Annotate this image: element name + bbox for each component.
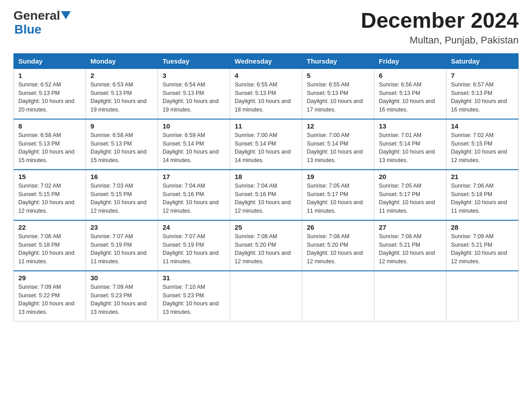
calendar-day-cell: 9 Sunrise: 6:58 AMSunset: 5:13 PMDayligh…: [86, 119, 158, 170]
day-number: 2: [90, 72, 153, 79]
day-info: Sunrise: 6:52 AMSunset: 5:13 PMDaylight:…: [18, 81, 74, 113]
day-number: 28: [451, 223, 514, 231]
title-area: December 2024 Multan, Punjab, Pakistan: [361, 9, 519, 46]
calendar-day-header: Tuesday: [158, 53, 230, 68]
calendar-day-cell: 19 Sunrise: 7:05 AMSunset: 5:17 PMDaylig…: [302, 170, 374, 220]
day-info: Sunrise: 7:08 AMSunset: 5:20 PMDaylight:…: [235, 233, 291, 265]
calendar-day-cell: 27 Sunrise: 7:08 AMSunset: 5:21 PMDaylig…: [374, 220, 446, 271]
day-number: 8: [18, 122, 81, 130]
calendar-day-cell: [302, 271, 374, 321]
calendar-week-row: 15 Sunrise: 7:02 AMSunset: 5:15 PMDaylig…: [14, 170, 519, 220]
calendar-day-header: Saturday: [446, 53, 519, 68]
day-number: 13: [379, 122, 442, 130]
calendar-week-row: 22 Sunrise: 7:06 AMSunset: 5:18 PMDaylig…: [14, 220, 519, 271]
calendar-day-cell: 21 Sunrise: 7:06 AMSunset: 5:18 PMDaylig…: [446, 170, 519, 220]
day-info: Sunrise: 6:55 AMSunset: 5:13 PMDaylight:…: [307, 81, 363, 113]
day-info: Sunrise: 6:58 AMSunset: 5:13 PMDaylight:…: [90, 132, 146, 163]
calendar-day-cell: 17 Sunrise: 7:04 AMSunset: 5:16 PMDaylig…: [158, 170, 230, 220]
calendar-day-cell: 24 Sunrise: 7:07 AMSunset: 5:19 PMDaylig…: [158, 220, 230, 271]
calendar-day-cell: 28 Sunrise: 7:09 AMSunset: 5:21 PMDaylig…: [446, 220, 519, 271]
calendar-day-cell: 22 Sunrise: 7:06 AMSunset: 5:18 PMDaylig…: [14, 220, 86, 271]
calendar-day-cell: 6 Sunrise: 6:56 AMSunset: 5:13 PMDayligh…: [374, 68, 446, 119]
day-number: 3: [163, 72, 225, 79]
day-info: Sunrise: 6:56 AMSunset: 5:13 PMDaylight:…: [379, 81, 435, 113]
calendar-day-header: Friday: [374, 53, 446, 68]
day-info: Sunrise: 7:00 AMSunset: 5:14 PMDaylight:…: [235, 132, 291, 163]
day-info: Sunrise: 7:04 AMSunset: 5:16 PMDaylight:…: [235, 183, 291, 214]
logo-general: General: [13, 9, 60, 23]
day-info: Sunrise: 6:59 AMSunset: 5:14 PMDaylight:…: [163, 132, 219, 163]
day-number: 21: [451, 173, 514, 180]
day-info: Sunrise: 6:54 AMSunset: 5:13 PMDaylight:…: [163, 81, 219, 113]
day-number: 4: [235, 72, 297, 79]
day-number: 9: [90, 122, 153, 130]
day-info: Sunrise: 7:07 AMSunset: 5:19 PMDaylight:…: [163, 233, 219, 265]
calendar-day-cell: [230, 271, 302, 321]
calendar-day-cell: 18 Sunrise: 7:04 AMSunset: 5:16 PMDaylig…: [230, 170, 302, 220]
day-number: 16: [90, 173, 153, 180]
calendar-day-cell: 10 Sunrise: 6:59 AMSunset: 5:14 PMDaylig…: [158, 119, 230, 170]
calendar-day-cell: 29 Sunrise: 7:09 AMSunset: 5:22 PMDaylig…: [14, 271, 86, 321]
day-info: Sunrise: 7:09 AMSunset: 5:23 PMDaylight:…: [90, 284, 146, 315]
day-info: Sunrise: 6:57 AMSunset: 5:13 PMDaylight:…: [451, 81, 507, 113]
day-number: 26: [307, 223, 369, 231]
day-info: Sunrise: 7:02 AMSunset: 5:15 PMDaylight:…: [18, 183, 74, 214]
day-info: Sunrise: 7:07 AMSunset: 5:19 PMDaylight:…: [90, 233, 146, 265]
calendar-day-cell: [446, 271, 519, 321]
day-number: 11: [235, 122, 297, 130]
day-number: 24: [163, 223, 225, 231]
day-number: 20: [379, 173, 442, 180]
day-number: 5: [307, 72, 369, 79]
calendar-day-cell: 26 Sunrise: 7:08 AMSunset: 5:20 PMDaylig…: [302, 220, 374, 271]
day-number: 23: [90, 223, 153, 231]
day-info: Sunrise: 7:05 AMSunset: 5:17 PMDaylight:…: [307, 183, 363, 214]
calendar-day-header: Wednesday: [230, 53, 302, 68]
day-number: 12: [307, 122, 369, 130]
day-info: Sunrise: 6:58 AMSunset: 5:13 PMDaylight:…: [18, 132, 74, 163]
calendar-day-header: Sunday: [14, 53, 86, 68]
calendar-header-row: SundayMondayTuesdayWednesdayThursdayFrid…: [14, 53, 519, 68]
day-info: Sunrise: 7:08 AMSunset: 5:20 PMDaylight:…: [307, 233, 363, 265]
day-number: 25: [235, 223, 297, 231]
calendar-day-cell: 15 Sunrise: 7:02 AMSunset: 5:15 PMDaylig…: [14, 170, 86, 220]
calendar-day-cell: 25 Sunrise: 7:08 AMSunset: 5:20 PMDaylig…: [230, 220, 302, 271]
day-number: 15: [18, 173, 81, 180]
page-header: General Blue December 2024 Multan, Punja…: [13, 9, 519, 46]
day-info: Sunrise: 7:08 AMSunset: 5:21 PMDaylight:…: [379, 233, 435, 265]
calendar-day-cell: 8 Sunrise: 6:58 AMSunset: 5:13 PMDayligh…: [14, 119, 86, 170]
day-number: 30: [90, 274, 153, 282]
calendar-week-row: 8 Sunrise: 6:58 AMSunset: 5:13 PMDayligh…: [14, 119, 519, 170]
day-info: Sunrise: 7:00 AMSunset: 5:14 PMDaylight:…: [307, 132, 363, 163]
calendar-day-cell: 2 Sunrise: 6:53 AMSunset: 5:13 PMDayligh…: [86, 68, 158, 119]
day-info: Sunrise: 6:55 AMSunset: 5:13 PMDaylight:…: [235, 81, 291, 113]
day-number: 29: [18, 274, 81, 282]
calendar-day-cell: 11 Sunrise: 7:00 AMSunset: 5:14 PMDaylig…: [230, 119, 302, 170]
day-info: Sunrise: 7:01 AMSunset: 5:14 PMDaylight:…: [379, 132, 435, 163]
calendar-day-cell: 20 Sunrise: 7:05 AMSunset: 5:17 PMDaylig…: [374, 170, 446, 220]
day-info: Sunrise: 7:06 AMSunset: 5:18 PMDaylight:…: [451, 183, 507, 214]
day-number: 18: [235, 173, 297, 180]
calendar-day-cell: 3 Sunrise: 6:54 AMSunset: 5:13 PMDayligh…: [158, 68, 230, 119]
calendar-day-cell: 5 Sunrise: 6:55 AMSunset: 5:13 PMDayligh…: [302, 68, 374, 119]
calendar-day-cell: 16 Sunrise: 7:03 AMSunset: 5:15 PMDaylig…: [86, 170, 158, 220]
calendar-week-row: 29 Sunrise: 7:09 AMSunset: 5:22 PMDaylig…: [14, 271, 519, 321]
calendar-day-cell: 31 Sunrise: 7:10 AMSunset: 5:23 PMDaylig…: [158, 271, 230, 321]
day-info: Sunrise: 7:03 AMSunset: 5:15 PMDaylight:…: [90, 183, 146, 214]
calendar-day-cell: 14 Sunrise: 7:02 AMSunset: 5:15 PMDaylig…: [446, 119, 519, 170]
day-number: 1: [18, 72, 81, 79]
day-number: 14: [451, 122, 514, 130]
day-info: Sunrise: 6:53 AMSunset: 5:13 PMDaylight:…: [90, 81, 146, 113]
logo-arrow-icon: [61, 11, 71, 19]
day-number: 19: [307, 173, 369, 180]
logo: General Blue: [13, 9, 71, 37]
calendar-day-header: Monday: [86, 53, 158, 68]
day-number: 22: [18, 223, 81, 231]
day-info: Sunrise: 7:09 AMSunset: 5:21 PMDaylight:…: [451, 233, 507, 265]
day-info: Sunrise: 7:10 AMSunset: 5:23 PMDaylight:…: [163, 284, 219, 315]
svg-marker-0: [61, 11, 71, 19]
calendar-day-cell: 23 Sunrise: 7:07 AMSunset: 5:19 PMDaylig…: [86, 220, 158, 271]
day-info: Sunrise: 7:06 AMSunset: 5:18 PMDaylight:…: [18, 233, 74, 265]
calendar-day-cell: 13 Sunrise: 7:01 AMSunset: 5:14 PMDaylig…: [374, 119, 446, 170]
calendar-table: SundayMondayTuesdayWednesdayThursdayFrid…: [13, 53, 519, 321]
day-number: 10: [163, 122, 225, 130]
